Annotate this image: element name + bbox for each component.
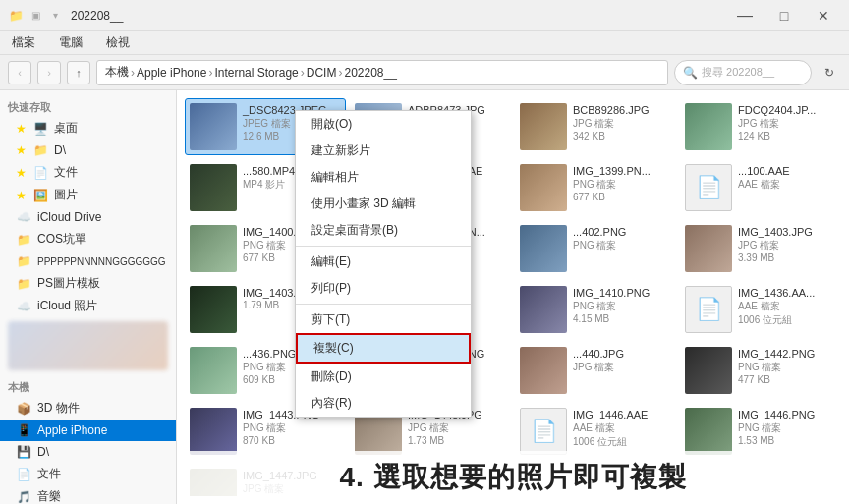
file-thumb-fdcq2404 — [685, 103, 732, 150]
file-type-img1410: PNG 檔案 — [573, 300, 671, 313]
window-title: 202208__ — [71, 9, 123, 23]
sidebar-d-drive-label: D\ — [37, 445, 49, 459]
context-menu-delete[interactable]: 刪除(D) — [296, 364, 471, 390]
file-info-img1446png: IMG_1446.PNG PNG 檔案 1.53 MB — [738, 408, 836, 446]
file-type-img1403jpg: JPG 檔案 — [738, 239, 836, 252]
sidebar-3d-label: 3D 物件 — [37, 400, 80, 417]
file-info-img1442: IMG_1442.PNG PNG 檔案 477 KB — [738, 347, 836, 385]
file-thumb-img1399png — [520, 164, 567, 211]
up-button[interactable]: ↑ — [67, 61, 90, 84]
context-menu-delete-label: 刪除(D) — [311, 368, 352, 385]
path-dcim: DCIM — [307, 66, 337, 80]
file-item-fdcq2404[interactable]: FDCQ2404.JP... JPG 檔案 124 KB — [680, 98, 841, 155]
sidebar-item-docs[interactable]: ★ 📄 文件 — [0, 161, 176, 184]
file-type-img1446png: PNG 檔案 — [738, 421, 836, 435]
file-type-402png: PNG 檔案 — [573, 239, 671, 252]
title-bar-icons: 📁 ▣ ▾ — [8, 8, 63, 24]
context-menu-cut-label: 剪下(T) — [311, 311, 350, 328]
file-name-img1399png: IMG_1399.PN... — [573, 164, 671, 178]
context-menu-edit[interactable]: 編輯(E) — [296, 249, 471, 275]
sidebar-item-documents[interactable]: 📄 文件 — [0, 463, 176, 485]
file-item-img1436aae[interactable]: 📄 IMG_1436.AA... AAE 檔案 1006 位元組 — [680, 281, 841, 338]
sidebar-item-desktop[interactable]: ★ 🖥️ 桌面 — [0, 117, 176, 140]
context-menu-paint3d[interactable]: 使用小畫家 3D 編輯 — [296, 191, 471, 217]
sidebar-item-cos[interactable]: 📁 COS坑單 — [0, 228, 176, 251]
file-type-440jpg: JPG 檔案 — [573, 361, 671, 374]
file-info-fdcq2404: FDCQ2404.JP... JPG 檔案 124 KB — [738, 103, 836, 141]
refresh-button[interactable]: ↻ — [818, 61, 841, 84]
file-name-img1442: IMG_1442.PNG — [738, 347, 836, 361]
sidebar-item-icloud-drive[interactable]: ☁️ iCloud Drive — [0, 206, 176, 228]
file-type-img1399png: PNG 檔案 — [573, 178, 671, 192]
file-size-img1410: 4.15 MB — [573, 313, 671, 324]
context-menu-print-label: 列印(P) — [311, 280, 351, 297]
sidebar-icloud-label: iCloud Drive — [37, 210, 101, 224]
file-size-bcb89286: 342 KB — [573, 131, 671, 141]
menu-computer[interactable]: 電腦 — [55, 32, 86, 53]
file-item-img1442[interactable]: IMG_1442.PNG PNG 檔案 477 KB — [680, 342, 841, 399]
file-item-440jpg[interactable]: ...440.JPG JPG 檔案 — [515, 342, 676, 399]
file-info-img1410: IMG_1410.PNG PNG 檔案 4.15 MB — [573, 286, 671, 324]
context-menu-set-wallpaper[interactable]: 設定桌面背景(B) — [296, 217, 471, 244]
sidebar-pictures-label: 圖片 — [54, 187, 78, 203]
search-box[interactable]: 🔍 搜尋 202208__ — [674, 60, 812, 85]
sidebar-ppppp-label: PPPPPPNNNNNGGGGGGG — [37, 256, 166, 267]
file-info-img1436aae: IMG_1436.AA... AAE 檔案 1006 位元組 — [738, 286, 836, 327]
minimize-button[interactable]: — — [727, 2, 763, 29]
back-button[interactable]: ‹ — [8, 61, 31, 84]
file-thumb-img1446png — [685, 408, 732, 455]
file-type-img1446aae: AAE 檔案 — [573, 421, 671, 435]
sidebar-item-icloud-photos[interactable]: ☁️ iCloud 照片 — [0, 295, 176, 317]
address-bar: ‹ › ↑ 本機 › Apple iPhone › Internal Stora… — [0, 55, 849, 90]
file-name-img1410: IMG_1410.PNG — [573, 286, 671, 300]
context-menu-edit-photo[interactable]: 編輯相片 — [296, 164, 471, 191]
path-folder: 202208__ — [344, 66, 396, 80]
sidebar-item-3d[interactable]: 📦 3D 物件 — [0, 397, 176, 420]
sidebar-item-d[interactable]: ★ 📁 D\ — [0, 140, 176, 161]
pictures-icon: 🖼️ — [32, 188, 48, 203]
music-icon: 🎵 — [16, 489, 31, 505]
sidebar-item-apple-iphone[interactable]: 📱 Apple iPhone — [0, 420, 176, 441]
file-item-img1403jpg[interactable]: IMG_1403.JPG JPG 檔案 3.39 MB — [680, 220, 841, 277]
close-button[interactable]: ✕ — [806, 2, 841, 29]
context-menu-properties[interactable]: 內容(R) — [296, 390, 471, 417]
file-item-img1410[interactable]: IMG_1410.PNG PNG 檔案 4.15 MB — [515, 281, 676, 338]
path-computer: 本機 — [105, 64, 129, 81]
search-icon: 🔍 — [683, 66, 698, 80]
file-thumb-img1436aae: 📄 — [685, 286, 732, 333]
address-path[interactable]: 本機 › Apple iPhone › Internal Storage › D… — [96, 60, 668, 85]
forward-button[interactable]: › — [37, 61, 61, 84]
ppppp-folder-icon: 📁 — [16, 253, 31, 269]
context-menu-open[interactable]: 開啟(O) — [296, 111, 471, 138]
main-layout: 快速存取 ★ 🖥️ 桌面 ★ 📁 D\ ★ 📄 文件 ★ 🖼️ 圖片 ☁️ iC… — [0, 90, 849, 504]
sidebar-item-music[interactable]: 🎵 音樂 — [0, 485, 176, 504]
file-item-img1399png[interactable]: IMG_1399.PN... PNG 檔案 677 KB — [515, 159, 676, 216]
file-name-100aae: ...100.AAE — [738, 164, 836, 178]
file-thumb-img1403mov — [190, 286, 237, 333]
context-menu-new-video[interactable]: 建立新影片 — [296, 138, 471, 164]
menu-file[interactable]: 檔案 — [8, 32, 39, 53]
file-item-bcb89286[interactable]: BCB89286.JPG JPG 檔案 342 KB — [515, 98, 676, 155]
context-menu-print[interactable]: 列印(P) — [296, 275, 471, 302]
context-menu-cut[interactable]: 剪下(T) — [296, 307, 471, 333]
sidebar-item-ps[interactable]: 📁 PS圖片模板 — [0, 272, 176, 295]
documents-icon: 📄 — [16, 467, 31, 482]
file-thumb-img1443 — [190, 408, 237, 455]
context-menu-copy[interactable]: 複製(C) — [296, 333, 471, 364]
sidebar-item-ppppp[interactable]: 📁 PPPPPPNNNNNGGGGGGG — [0, 251, 176, 272]
context-menu-set-wallpaper-label: 設定桌面背景(B) — [311, 222, 398, 239]
file-name-img1446aae: IMG_1446.AAE — [573, 408, 671, 421]
file-size-img1403jpg: 3.39 MB — [738, 252, 836, 263]
file-thumb-bcb89286 — [520, 103, 567, 150]
desktop-icon: 🖥️ — [32, 121, 48, 137]
file-item-402png[interactable]: ...402.PNG PNG 檔案 — [515, 220, 676, 277]
apple-iphone-icon: 📱 — [16, 422, 31, 438]
sidebar-item-pictures[interactable]: ★ 🖼️ 圖片 — [0, 184, 176, 206]
file-item-100aae[interactable]: 📄 ...100.AAE AAE 檔案 — [680, 159, 841, 216]
pin-icon: ★ — [16, 189, 27, 202]
maximize-button[interactable]: □ — [766, 2, 802, 29]
quick-access-label: 快速存取 — [0, 94, 176, 117]
menu-view[interactable]: 檢視 — [102, 32, 134, 53]
sidebar-apple-label: Apple iPhone — [37, 423, 107, 437]
sidebar-item-d-drive[interactable]: 💾 D\ — [0, 441, 176, 463]
